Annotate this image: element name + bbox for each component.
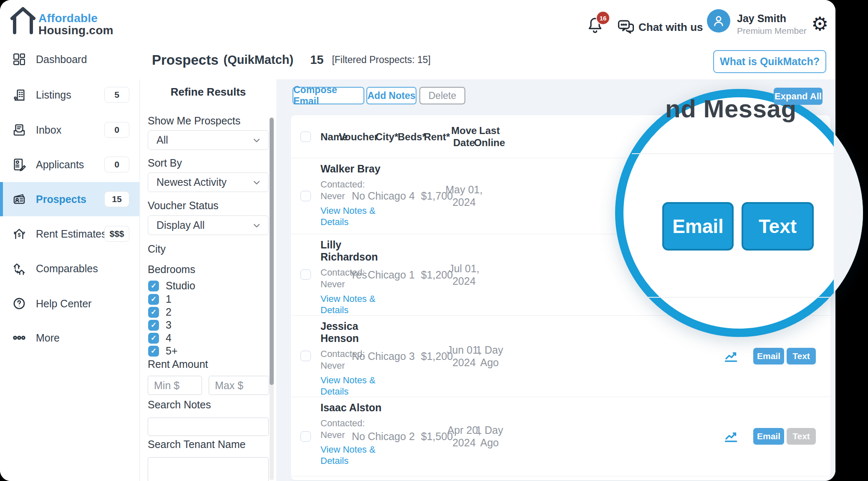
- voucher-status-value: Display All: [156, 219, 204, 231]
- logo-house-icon: [9, 6, 37, 37]
- sidebar-item-more[interactable]: More: [0, 326, 139, 349]
- checkbox-checked-icon: ✓: [148, 346, 159, 357]
- sidebar-badge: 5: [104, 87, 129, 103]
- sort-by-select[interactable]: Newest Activity: [148, 172, 269, 192]
- sidebar-label: Dashboard: [36, 53, 87, 66]
- voucher-status-select[interactable]: Display All: [148, 215, 269, 235]
- sidebar-item-inbox[interactable]: Inbox 0: [0, 118, 139, 142]
- user-avatar[interactable]: [707, 9, 730, 33]
- sidebar-item-applicants[interactable]: Applicants 0: [0, 153, 139, 176]
- text-button[interactable]: Text: [787, 348, 816, 365]
- row-checkbox[interactable]: [300, 191, 311, 201]
- show-me-prospects-value: All: [156, 134, 168, 146]
- add-notes-button[interactable]: Add Notes: [366, 87, 416, 104]
- magnified-divider: [632, 153, 834, 154]
- settings-gear-icon[interactable]: ⚙: [811, 14, 828, 33]
- sidebar-nav: Dashboard Listings 5 Inbox 0 Applicants …: [0, 41, 140, 481]
- email-button[interactable]: Email: [753, 428, 784, 445]
- bedrooms-checkbox-3[interactable]: ✓3: [148, 319, 172, 331]
- chevron-down-icon: [252, 135, 262, 145]
- select-all-checkbox[interactable]: [300, 132, 311, 142]
- bedrooms-option-label: 1: [166, 293, 172, 305]
- sidebar-label: More: [36, 332, 60, 344]
- show-me-prospects-select[interactable]: All: [148, 130, 269, 150]
- listings-icon: [12, 87, 27, 102]
- compose-email-button[interactable]: Compose Email: [293, 87, 364, 104]
- sidebar-label: Comparables: [36, 263, 98, 275]
- bedrooms-label: Bedrooms: [148, 263, 195, 276]
- chat-with-us-label[interactable]: Chat with us: [638, 21, 703, 34]
- page-title: Prospects: [152, 52, 219, 68]
- bedrooms-checkbox-4[interactable]: ✓4: [148, 332, 172, 344]
- text-button-disabled[interactable]: Text: [787, 428, 816, 445]
- bedrooms-checkbox-2[interactable]: ✓2: [148, 306, 172, 318]
- comparables-icon: [12, 261, 27, 276]
- sidebar-item-prospects[interactable]: Prospects 15: [0, 187, 139, 211]
- magnifier-content: Email Text: [615, 89, 863, 337]
- sidebar-item-comparables[interactable]: Comparables: [0, 257, 139, 280]
- rent-min-input[interactable]: [148, 376, 202, 395]
- sort-by-label: Sort By: [148, 157, 182, 169]
- bedrooms-checkbox-1[interactable]: ✓1: [148, 293, 172, 305]
- logo-text-affordable[interactable]: Affordable: [38, 12, 98, 25]
- bedrooms-option-label: 2: [166, 306, 172, 318]
- rent-max-input[interactable]: [209, 376, 269, 395]
- refine-results-panel: Refine Results Show Me Prospects All Sor…: [140, 79, 276, 481]
- sidebar-label: Prospects: [36, 193, 86, 205]
- checkbox-checked-icon: ✓: [148, 333, 159, 344]
- rent-amount-label: Rent Amount: [148, 358, 208, 370]
- page-title-suffix: (QuikMatch): [224, 53, 294, 67]
- more-dots-icon: [12, 330, 27, 345]
- chat-bubbles-icon[interactable]: [617, 18, 635, 37]
- sidebar-item-listings[interactable]: Listings 5: [0, 83, 139, 106]
- bedrooms-checkbox-studio[interactable]: ✓Studio: [148, 280, 195, 292]
- last-online-value: 1 Day Ago: [472, 397, 507, 476]
- activity-chart-icon[interactable]: [722, 397, 740, 476]
- column-header-last-online[interactable]: Last Online: [472, 115, 507, 158]
- chevron-down-icon: [252, 177, 262, 187]
- magnified-text-button[interactable]: Text: [742, 202, 814, 251]
- row-checkbox[interactable]: [300, 431, 311, 442]
- bedrooms-option-label: 5+: [166, 345, 178, 357]
- expand-all-button[interactable]: Expand All: [774, 88, 823, 105]
- magnified-email-button[interactable]: Email: [662, 202, 734, 251]
- search-notes-input[interactable]: [148, 418, 269, 436]
- refine-results-title: Refine Results: [140, 86, 276, 99]
- search-notes-label: Search Notes: [148, 399, 211, 411]
- show-me-prospects-label: Show Me Prospects: [148, 115, 240, 127]
- help-icon: [12, 296, 27, 311]
- prospect-count: 15: [310, 53, 323, 67]
- email-button[interactable]: Email: [753, 348, 784, 365]
- sidebar-badge: $$$: [104, 226, 129, 242]
- top-header: Affordable Housing.com 16 Chat with us J…: [0, 0, 835, 41]
- sidebar-item-rent-estimates[interactable]: $ Rent Estimates $$$: [0, 222, 139, 246]
- sort-by-value: Newest Activity: [156, 176, 227, 188]
- notification-count-badge: 16: [596, 11, 610, 25]
- last-online-value: [472, 158, 507, 234]
- last-online-value: [472, 234, 507, 315]
- select-all-checkbox-cell: [300, 115, 311, 158]
- row-checkbox[interactable]: [300, 269, 311, 280]
- sidebar-item-dashboard[interactable]: Dashboard: [0, 48, 139, 71]
- checkbox-checked-icon: ✓: [148, 307, 159, 318]
- sidebar-label: Inbox: [36, 124, 61, 136]
- bedrooms-checkbox-5plus[interactable]: ✓5+: [148, 345, 178, 357]
- sidebar-label: Applicants: [36, 159, 84, 171]
- search-tenant-name-input[interactable]: [148, 457, 269, 481]
- prospects-icon: [12, 192, 27, 207]
- row-checkbox[interactable]: [300, 351, 311, 361]
- checkbox-checked-icon: ✓: [148, 294, 159, 305]
- user-name: Jay Smith: [737, 13, 786, 25]
- search-tenant-name-label: Search Tenant Name: [148, 438, 245, 451]
- magnified-card-edge: [834, 89, 863, 297]
- rent-estimates-icon: $: [12, 226, 27, 241]
- user-tier: Premium Member: [737, 26, 807, 36]
- what-is-quikmatch-button[interactable]: What is QuikMatch?: [713, 50, 826, 73]
- app-window-stage: Affordable Housing.com 16 Chat with us J…: [0, 0, 868, 481]
- filters-scrollbar-thumb[interactable]: [270, 118, 274, 385]
- logo-text-housing[interactable]: Housing.com: [38, 24, 114, 37]
- sidebar-item-help-center[interactable]: Help Center: [0, 292, 139, 315]
- delete-button[interactable]: Delete: [419, 87, 465, 104]
- inbox-icon: [12, 122, 27, 137]
- voucher-status-label: Voucher Status: [148, 200, 219, 212]
